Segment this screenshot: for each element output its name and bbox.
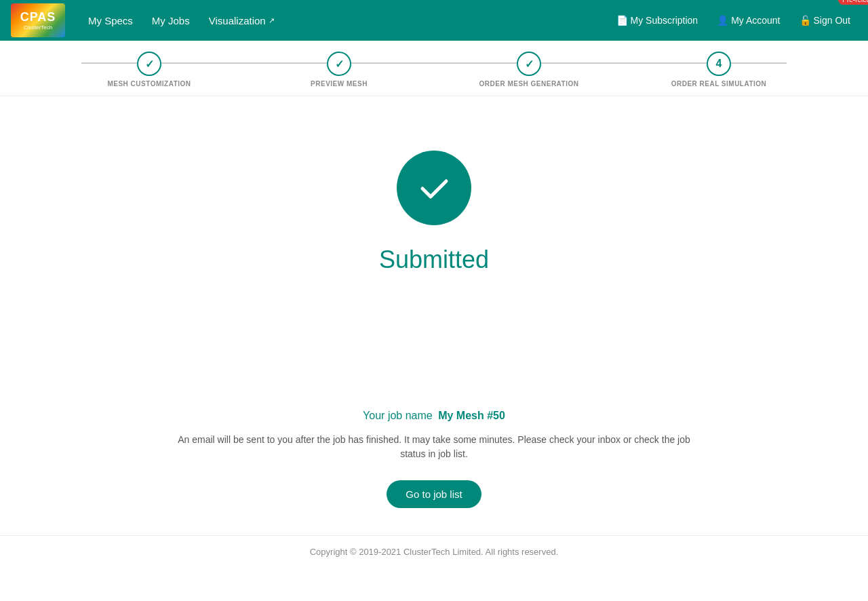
footer-copyright: Copyright © 2019-2021 ClusterTech Limite… [310,547,559,557]
step-circle-4: 4 [707,52,731,76]
success-icon [397,151,471,225]
step-mesh-customization: ✓ MESH CUSTOMIZATION [54,52,244,88]
nav-visualization-label: Visualization [209,15,266,26]
submitted-title: Submitted [379,246,489,274]
subscription-icon: 📄 [616,15,628,26]
nav-subscription-label: My Subscription [631,15,698,26]
nav-right-links: 📄 My Subscription 👤 My Account 🔓 Sign Ou… [610,11,857,30]
nav-my-specs[interactable]: My Specs [81,11,140,31]
step-circle-2: ✓ [327,52,351,76]
stepper: ✓ MESH CUSTOMIZATION ✓ PREVIEW MESH ✓ OR… [0,41,868,96]
pre-release-badge: Pre-release [838,0,868,5]
step-order-real-simulation: 4 ORDER REAL SIMULATION [624,52,814,88]
main-content: Submitted Your job name My Mesh #50 An e… [0,96,868,535]
logo-cpas-text: CPAS [20,10,56,24]
step-circle-3: ✓ [517,52,541,76]
step-preview-mesh: ✓ PREVIEW MESH [244,52,434,88]
job-info: Your job name My Mesh #50 [363,410,505,422]
logo-sub-text: ClusterTech [24,24,52,31]
logo[interactable]: CPAS ClusterTech Pre-release [11,3,65,37]
nav-my-account[interactable]: 👤 My Account [710,11,787,30]
nav-my-subscription[interactable]: 📄 My Subscription [610,11,705,30]
nav-my-jobs[interactable]: My Jobs [145,11,197,31]
nav-sign-out[interactable]: 🔓 Sign Out [793,11,857,30]
nav-main-links: My Specs My Jobs Visualization ↗ [81,11,610,31]
job-description: An email will be sent to you after the j… [176,433,692,461]
step-circle-1: ✓ [137,52,161,76]
step-label-4: ORDER REAL SIMULATION [671,80,767,88]
step-order-mesh-generation: ✓ ORDER MESH GENERATION [434,52,624,88]
footer: Copyright © 2019-2021 ClusterTech Limite… [0,535,868,568]
go-to-job-list-button[interactable]: Go to job list [387,480,481,508]
step-label-2: PREVIEW MESH [311,80,368,88]
nav-signout-label: Sign Out [814,15,850,26]
nav-visualization[interactable]: Visualization ↗ [202,11,281,31]
step-label-1: MESH CUSTOMIZATION [107,80,191,88]
step-label-3: ORDER MESH GENERATION [479,80,579,88]
signout-icon: 🔓 [800,15,811,26]
user-icon: 👤 [717,15,728,26]
job-name-value: My Mesh #50 [438,410,505,421]
checkmark-svg [416,170,453,207]
nav-account-label: My Account [731,15,780,26]
navbar: CPAS ClusterTech Pre-release My Specs My… [0,0,868,41]
external-link-icon: ↗ [269,16,275,25]
job-name-label: Your job name [363,410,433,421]
